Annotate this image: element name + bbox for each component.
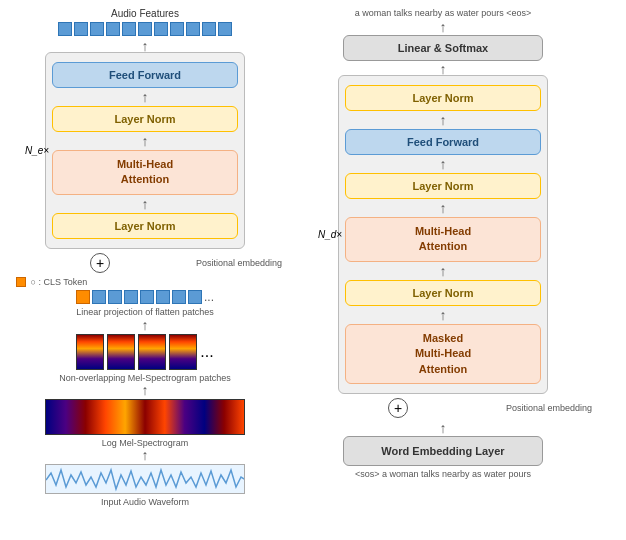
embed-patch <box>172 290 186 304</box>
arrow: ↑ <box>52 135 238 147</box>
linear-softmax-block: Linear & Softmax <box>343 35 543 61</box>
arrow: ↑ <box>294 422 592 434</box>
audio-patch <box>170 22 184 36</box>
audio-patch <box>106 22 120 36</box>
output-text: a woman talks nearby as water pours <eos… <box>294 8 592 18</box>
audio-patch <box>122 22 136 36</box>
dec-pos-emb-row: + Positional embedding <box>294 396 592 420</box>
word-embedding-block: Word Embedding Layer <box>343 436 543 466</box>
masked-attention-block: Masked Multi-Head Attention <box>345 324 541 384</box>
arrow: ↑ <box>345 158 541 170</box>
feed-forward-block: Feed Forward <box>52 62 238 88</box>
spectrogram-patches: ... <box>8 334 282 370</box>
audio-patch <box>90 22 104 36</box>
spec-patch-1 <box>76 334 104 370</box>
decoder-block: Layer Norm ↑ Feed Forward ↑ Layer Norm ↑… <box>338 75 548 394</box>
arrow: ↑ <box>294 63 592 75</box>
embed-patch <box>156 290 170 304</box>
audio-patch <box>138 22 152 36</box>
arrow: ↑ <box>8 384 282 396</box>
cls-token-icon <box>16 277 26 287</box>
positional-embedding-label: Positional embedding <box>196 258 282 268</box>
patches-dots: ... <box>200 343 213 361</box>
arrow: ↑ <box>8 319 282 331</box>
audio-features-label: Audio Features <box>8 8 282 19</box>
arrow: ↑ <box>345 309 541 321</box>
layer-norm-1-block: Layer Norm <box>52 106 238 132</box>
arrow: ↑ <box>52 198 238 210</box>
spec-patch-4 <box>169 334 197 370</box>
layer-norm-top-block: Layer Norm <box>345 85 541 111</box>
dec-positional-embedding-label: Positional embedding <box>506 403 592 413</box>
waveform-svg <box>46 465 245 494</box>
encoder-block: Feed Forward ↑ Layer Norm ↑ Multi-Head A… <box>45 52 245 249</box>
input-waveform-label: Input Audio Waveform <box>8 497 282 507</box>
up-arrow-1: ↑ <box>8 40 282 52</box>
dec-plus-symbol: + <box>388 398 408 418</box>
dec-feed-forward-block: Feed Forward <box>345 129 541 155</box>
spec-patch-2 <box>107 334 135 370</box>
waveform-container <box>45 464 245 494</box>
audio-features-bar <box>8 22 282 36</box>
arrow: ↑ <box>52 91 238 103</box>
pos-emb-row: + Positional embedding <box>8 251 282 275</box>
embed-patch <box>140 290 154 304</box>
multi-head-attention-dec-block: Multi-Head Attention <box>345 217 541 262</box>
arrow: ↑ <box>345 114 541 126</box>
linear-proj-label: Linear projection of flatten patches <box>8 307 282 317</box>
embed-patch <box>124 290 138 304</box>
log-mel-spectrogram <box>45 399 245 435</box>
embedding-row: ... <box>8 290 282 304</box>
cls-token-text: ○ : CLS Token <box>31 277 88 287</box>
cls-token-label: ○ : CLS Token <box>16 277 274 288</box>
multi-head-attention-block: Multi-Head Attention <box>52 150 238 195</box>
decoder-section: a woman talks nearby as water pours <eos… <box>290 0 600 540</box>
ne-label: N_e× <box>25 145 49 156</box>
embed-patch <box>108 290 122 304</box>
arrow: ↑ <box>345 202 541 214</box>
input-text: <sos> a woman talks nearby as water pour… <box>294 469 592 479</box>
encoder-section: Audio Features ↑ N_e× Feed Forward ↑ Lay… <box>0 0 290 540</box>
embed-dots: ... <box>204 290 214 304</box>
audio-patch <box>154 22 168 36</box>
arrow: ↑ <box>8 449 282 461</box>
audio-patch <box>74 22 88 36</box>
layer-norm-mid-block: Layer Norm <box>345 173 541 199</box>
spec-patch-3 <box>138 334 166 370</box>
arrow: ↑ <box>294 21 592 33</box>
audio-patch <box>186 22 200 36</box>
audio-patch <box>58 22 72 36</box>
embed-patch <box>92 290 106 304</box>
plus-symbol: + <box>90 253 110 273</box>
audio-patch <box>218 22 232 36</box>
audio-patch <box>202 22 216 36</box>
diagram-container: Audio Features ↑ N_e× Feed Forward ↑ Lay… <box>0 0 626 540</box>
embed-patch <box>188 290 202 304</box>
layer-norm-bottom-block: Layer Norm <box>345 280 541 306</box>
arrow: ↑ <box>345 265 541 277</box>
layer-norm-2-block: Layer Norm <box>52 213 238 239</box>
nd-label: N_d× <box>318 229 342 240</box>
cls-token-box <box>76 290 90 304</box>
